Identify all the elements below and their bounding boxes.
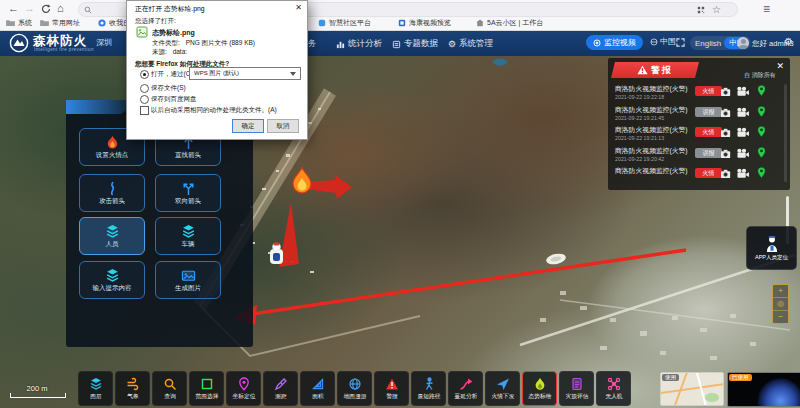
settings-gear-icon[interactable]: ⚙ (784, 36, 793, 47)
fullscreen-icon[interactable] (676, 38, 685, 47)
camera-icon[interactable] (720, 168, 733, 179)
nav-item-thematic-data[interactable]: 专题数据 (392, 38, 438, 50)
dialog-ok-button[interactable]: 确定 (232, 119, 264, 133)
open-with-dropdown[interactable]: WPS 图片 (默认) (189, 67, 301, 80)
bookmark-star-icon[interactable]: ☆ (712, 2, 721, 18)
video-camera-icon[interactable] (736, 127, 750, 138)
alert-row[interactable]: 商洛防火视频监控(火警) 2021-09-22 19:20:42 (615, 146, 688, 162)
toolbar-damage-assessment[interactable]: 灾损评估 (559, 371, 594, 406)
toolbar-measure[interactable]: 测距 (263, 371, 298, 406)
bookmark-item[interactable]: 海康视频预览 (398, 16, 451, 29)
site-icon (318, 19, 326, 27)
zoom-in-button[interactable]: + (773, 285, 788, 298)
toolbar-drone[interactable]: 无人机 (596, 371, 631, 406)
alert-row[interactable]: 商洛防火视频监控(火警) (615, 166, 688, 176)
location-pin-icon[interactable] (756, 146, 767, 159)
nav-item-partial[interactable]: 务 (308, 38, 317, 50)
radio-open-with[interactable] (140, 70, 149, 79)
browser-forward-button[interactable]: → (24, 0, 35, 17)
fire-marker[interactable] (293, 168, 311, 193)
bookmark-item[interactable]: 常用网址 (40, 16, 80, 29)
alert-scrollbar[interactable] (784, 84, 787, 182)
tool-generate-image[interactable]: 生成图片 (155, 261, 221, 299)
tool-attack-arrow[interactable]: 攻击箭头 (79, 174, 145, 212)
globe-icon (650, 38, 658, 46)
toolbar-layers[interactable]: 图层 (78, 371, 113, 406)
radio-save-file[interactable] (140, 84, 149, 93)
browser-back-button[interactable]: ← (8, 0, 19, 17)
location-pin-icon[interactable] (756, 105, 767, 118)
country-selector[interactable]: 中国 (650, 36, 676, 47)
remember-action-checkbox[interactable] (140, 106, 149, 115)
alert-badge[interactable]: 火情 (695, 127, 722, 137)
route-person-icon (422, 377, 436, 391)
alert-row[interactable]: 商洛防火视频监控(火警) 2021-09-22 19:22:18 (615, 84, 688, 100)
bookmark-item[interactable]: 5A云小区 | 工作台 (476, 16, 543, 29)
video-camera-icon[interactable] (736, 107, 750, 118)
dialog-close-icon[interactable]: ✕ (295, 3, 302, 12)
alert-badge[interactable]: 火情 (695, 168, 722, 178)
basemap-2d-thumbnail[interactable]: 使用 (660, 372, 724, 406)
camera-icon[interactable] (720, 86, 733, 97)
camera-icon[interactable] (720, 127, 733, 138)
alert-row[interactable]: 商洛防火视频监控(火警) 2021-09-22 19:21:45 (615, 105, 688, 121)
app-subtitle: Intelligent fire prevention (34, 47, 94, 52)
toolbar-fire-dispatch[interactable]: 火情下发 (485, 371, 520, 406)
toolbar-spread-analysis[interactable]: 蔓延分析 (448, 371, 483, 406)
bookmark-item[interactable]: 智慧社区平台 (318, 16, 371, 29)
toolbar-situation-plotting[interactable]: 态势标绘 (522, 371, 557, 406)
site-icon (398, 19, 406, 27)
location-pin-icon[interactable] (756, 166, 767, 179)
alert-row[interactable]: 商洛防火视频监控(火警) 2021-09-22 19:21:13 (615, 125, 688, 141)
avatar[interactable] (737, 37, 749, 49)
attack-arrow-icon (105, 181, 120, 196)
radio-save-baidu[interactable] (140, 95, 149, 104)
toolbar-search[interactable]: 查询 (152, 371, 187, 406)
location-pin-icon[interactable] (756, 84, 767, 97)
toolbar-rect-select[interactable]: 范围选择 (189, 371, 224, 406)
alert-close-icon[interactable]: ✕ (776, 61, 784, 71)
alert-ribbon: 警报 (611, 62, 699, 78)
tool-input-hint[interactable]: 输入提示内容 (79, 261, 145, 299)
alert-badge[interactable]: 火情 (695, 86, 722, 96)
toolbar-alert[interactable]: 警报 (374, 371, 409, 406)
basemap-3d-thumbnail[interactable]: 已使用 (727, 372, 800, 407)
bookmark-item[interactable]: 系统 (6, 16, 32, 29)
flame-icon (533, 377, 547, 391)
video-camera-icon[interactable] (736, 168, 750, 179)
location-pin-icon[interactable] (756, 125, 767, 138)
camera-icon[interactable] (720, 148, 733, 159)
person-marker[interactable] (270, 243, 283, 265)
zoom-reset-button[interactable]: ◎ (773, 298, 788, 311)
zoom-out-button[interactable]: − (773, 311, 788, 323)
app-logo (9, 33, 29, 53)
toolbar-weather[interactable]: 气象 (115, 371, 150, 406)
tool-vehicles[interactable]: 车辆 (155, 217, 221, 255)
app-personnel-locate-button[interactable]: APP人员定位 (746, 226, 797, 270)
folder-icon (40, 19, 49, 26)
alert-badge[interactable]: 误报 (695, 107, 722, 117)
site-icon (476, 19, 484, 27)
toolbar-shortest-path[interactable]: 最短路径 (411, 371, 446, 406)
toolbar-coordinate-locate[interactable]: 坐标定位 (226, 371, 261, 406)
dialog-cancel-button[interactable]: 取消 (267, 119, 299, 133)
qr-code-icon[interactable] (697, 6, 705, 14)
video-camera-icon[interactable] (736, 86, 750, 97)
monitor-video-button[interactable]: 监控视频 (586, 35, 643, 50)
nav-item-statistics[interactable]: 统计分析 (336, 38, 382, 50)
video-camera-icon[interactable] (736, 148, 750, 159)
layers-icon (89, 377, 103, 391)
browser-home-button[interactable]: ⌂ (57, 0, 64, 17)
tool-branch-arrow[interactable]: 双向箭头 (155, 174, 221, 212)
camera-icon[interactable] (720, 107, 733, 118)
pin-icon (237, 377, 251, 391)
alert-clear-all[interactable]: 自 消除所有 (744, 71, 776, 80)
alert-badge[interactable]: 误报 (695, 148, 722, 158)
browser-refresh-icon[interactable] (41, 4, 51, 14)
lang-english[interactable]: English (695, 39, 721, 48)
toolbar-map-roam[interactable]: 地图漫游 (337, 371, 372, 406)
toolbar-area[interactable]: 面积 (300, 371, 335, 406)
nav-item-system-admin[interactable]: ⚙ 系统管理 (448, 38, 493, 50)
tool-personnel[interactable]: 人员 (79, 217, 145, 255)
browser-menu-icon[interactable]: ≡ (763, 1, 770, 17)
